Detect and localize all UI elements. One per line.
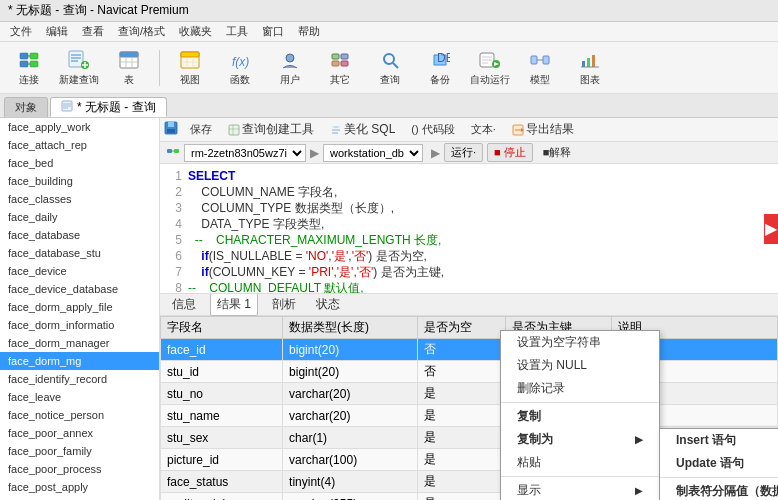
- database-select[interactable]: workstation_db: [323, 144, 423, 162]
- menu-tools[interactable]: 工具: [220, 22, 254, 41]
- menu-favorites[interactable]: 收藏夹: [173, 22, 218, 41]
- sidebar-item-5[interactable]: face_daily: [0, 208, 159, 226]
- chart-button[interactable]: 图表: [567, 46, 613, 90]
- table-label: 表: [124, 73, 134, 87]
- view-button[interactable]: 视图: [167, 46, 213, 90]
- submenu: Insert 语句 Update 语句 制表符分隔值（数据） 制表符分隔值（字段…: [659, 428, 778, 500]
- sidebar-item-19[interactable]: face_poor_process: [0, 460, 159, 478]
- backup-label: 备份: [430, 73, 450, 87]
- ctx-delete-record[interactable]: 删除记录: [501, 377, 659, 400]
- connect-button[interactable]: 连接: [6, 46, 52, 90]
- sidebar-item-11[interactable]: face_dorm_informatio: [0, 316, 159, 334]
- ctx-set-null[interactable]: 设置为 NULL: [501, 354, 659, 377]
- new-query-label: 新建查询: [59, 73, 99, 87]
- new-query-button[interactable]: 新建查询: [56, 46, 102, 90]
- stop-button[interactable]: ■ 停止: [487, 143, 533, 162]
- submenu-tsv-data[interactable]: 制表符分隔值（数据）: [660, 480, 778, 500]
- sidebar-item-17[interactable]: face_poor_annex: [0, 424, 159, 442]
- export-button[interactable]: 导出结果: [506, 119, 580, 140]
- menu-window[interactable]: 窗口: [256, 22, 290, 41]
- svg-rect-61: [174, 149, 179, 153]
- tab-query[interactable]: * 无标题 - 查询: [50, 97, 167, 117]
- sidebar-item-building[interactable]: face_building: [0, 172, 159, 190]
- sql-editor[interactable]: 1 SELECT 2 COLUMN_NAME 字段名, 3 COLUMN_TYP…: [160, 164, 778, 294]
- submenu-update[interactable]: Update 语句: [660, 452, 778, 475]
- ctx-copy[interactable]: 复制: [501, 405, 659, 428]
- sidebar-item-0[interactable]: face_apply_work: [0, 118, 159, 136]
- sidebar-item-14[interactable]: face_identify_record: [0, 370, 159, 388]
- beautify-icon: [330, 124, 342, 136]
- new-query-icon: [68, 49, 90, 71]
- other-label: 其它: [330, 73, 350, 87]
- results-tab-status[interactable]: 状态: [310, 294, 346, 315]
- arrow-right-icon: ▶: [310, 146, 319, 160]
- backup-button[interactable]: DB 备份: [417, 46, 463, 90]
- sidebar-item-13[interactable]: face_dorm_mg: [0, 352, 159, 370]
- query-label: 查询: [380, 73, 400, 87]
- menu-edit[interactable]: 编辑: [40, 22, 74, 41]
- sidebar-item-18[interactable]: face_poor_family: [0, 442, 159, 460]
- ctx-sep-1: [501, 402, 659, 403]
- server-select[interactable]: rm-2zetn83n05wz7i: [184, 144, 306, 162]
- tabbar: 对象 * 无标题 - 查询: [0, 94, 778, 118]
- sql-line-4: 4 DATA_TYPE 字段类型,: [166, 216, 772, 232]
- sidebar-item-7[interactable]: face_database_stu: [0, 244, 159, 262]
- sidebar-item-16[interactable]: face_notice_person: [0, 406, 159, 424]
- sidebar-item-10[interactable]: face_dorm_apply_file: [0, 298, 159, 316]
- menu-help[interactable]: 帮助: [292, 22, 326, 41]
- table-row[interactable]: stu_namevarchar(20)是否姓名: [161, 405, 778, 427]
- sidebar-item-2[interactable]: face_bed: [0, 154, 159, 172]
- code-button[interactable]: () 代码段: [405, 120, 460, 139]
- connect-label: 连接: [19, 73, 39, 87]
- text-button[interactable]: 文本·: [465, 120, 502, 139]
- function-button[interactable]: f(x) 函数: [217, 46, 263, 90]
- results-tab-1[interactable]: 结果 1: [210, 294, 258, 316]
- query-builder-button[interactable]: 查询创建工具: [222, 119, 320, 140]
- menu-file[interactable]: 文件: [4, 22, 38, 41]
- model-label: 模型: [530, 73, 550, 87]
- ctx-display[interactable]: 显示 ▶: [501, 479, 659, 500]
- sidebar-item-15[interactable]: face_leave: [0, 388, 159, 406]
- explain-button[interactable]: ■解释: [537, 143, 578, 162]
- svg-rect-19: [181, 52, 199, 57]
- submenu-insert[interactable]: Insert 语句: [660, 429, 778, 452]
- other-button[interactable]: 其它: [317, 46, 363, 90]
- tab-object[interactable]: 对象: [4, 97, 48, 117]
- table-row[interactable]: face_idbigint(20)否是ID: [161, 339, 778, 361]
- beautify-label: 美化 SQL: [344, 121, 395, 138]
- model-button[interactable]: 模型: [517, 46, 563, 90]
- table-button[interactable]: 表: [106, 46, 152, 90]
- autorun-icon: [479, 49, 501, 71]
- svg-rect-50: [168, 122, 174, 127]
- sidebar-item-9[interactable]: face_device_database: [0, 280, 159, 298]
- sidebar-item-6[interactable]: face_database: [0, 226, 159, 244]
- query-btn[interactable]: 查询: [367, 46, 413, 90]
- sidebar-item-12[interactable]: face_dorm_manager: [0, 334, 159, 352]
- sidebar-item-1[interactable]: face_attach_rep: [0, 136, 159, 154]
- sidebar-item-8[interactable]: face_device: [0, 262, 159, 280]
- menu-query-format[interactable]: 查询/格式: [112, 22, 171, 41]
- svg-rect-3: [20, 61, 28, 67]
- user-button[interactable]: 用户: [267, 46, 313, 90]
- ctx-paste[interactable]: 粘贴: [501, 451, 659, 474]
- user-label: 用户: [280, 73, 300, 87]
- builder-label: 查询创建工具: [242, 121, 314, 138]
- results-tab-profile[interactable]: 剖析: [266, 294, 302, 315]
- backup-icon: DB: [429, 49, 451, 71]
- ctx-set-empty[interactable]: 设置为空字符串: [501, 331, 659, 354]
- run-button[interactable]: 运行·: [444, 143, 483, 162]
- results-tab-info[interactable]: 信息: [166, 294, 202, 315]
- autorun-button[interactable]: 自动运行: [467, 46, 513, 90]
- function-label: 函数: [230, 73, 250, 87]
- table-row[interactable]: stu_novarchar(20)是否学号: [161, 383, 778, 405]
- sidebar-item-4[interactable]: face_classes: [0, 190, 159, 208]
- sidebar-item-apply[interactable]: face_post_apply: [0, 478, 159, 496]
- sidebar: face_apply_work face_attach_rep face_bed…: [0, 118, 160, 500]
- sidebar-item-21[interactable]: face_post_employme: [0, 496, 159, 500]
- red-arrow[interactable]: ▶: [764, 214, 778, 244]
- ctx-copy-as[interactable]: 复制为 ▶ Insert 语句 Update 语句 制表符分隔值（数据） 制表符…: [501, 428, 659, 451]
- table-row[interactable]: stu_idbigint(20)否否学生ID: [161, 361, 778, 383]
- save-button[interactable]: 保存: [184, 120, 218, 139]
- beautify-button[interactable]: 美化 SQL: [324, 119, 401, 140]
- menu-view[interactable]: 查看: [76, 22, 110, 41]
